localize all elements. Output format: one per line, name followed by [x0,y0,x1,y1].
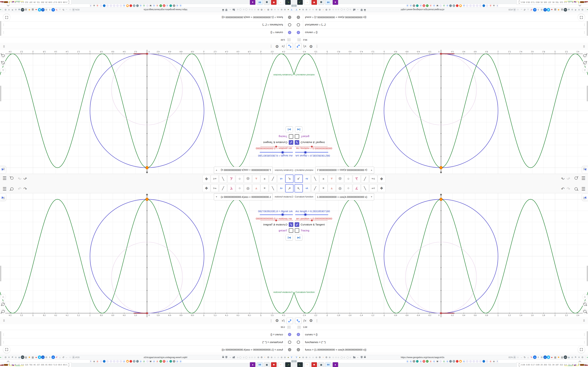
pinned-tab-favicon[interactable]: G [463,4,466,7]
extension-icon[interactable]: ∩ [273,355,277,359]
algebra-row[interactable]: funcNames = {" "}⋮ [294,339,588,346]
pinned-tab-favicon[interactable] [136,4,139,7]
pinned-tab-favicon[interactable]: G [179,4,182,7]
toolbar-dot-icon[interactable] [341,357,343,359]
taskbar-app-display-settings[interactable]: ▣ [264,0,270,5]
graphics-view[interactable]: -2.4-2.2-2-1.8-1.6-1.4-1.2-1-0.8-0.6-0.4… [0,193,294,317]
tool-move[interactable]: ↖ [294,184,303,192]
extension-icon[interactable]: ⊕ [315,8,318,12]
extension-icon[interactable]: ⚙ [45,355,48,359]
tool-line[interactable]: ╱ [311,175,319,183]
visibility-toggle-dot[interactable] [297,333,300,336]
algebra-row[interactable]: curves = {}⋮ [294,28,588,36]
pinned-tab-favicon[interactable]: G [419,360,422,363]
pinned-tab-favicon[interactable]: f [89,4,92,7]
extension-icon[interactable]: ⚙ [260,355,263,359]
pinned-tab-favicon[interactable]: ✓ [426,360,429,363]
pinned-tab-favicon[interactable] [483,4,485,7]
undo-button[interactable]: ↶ [560,175,565,181]
function-fx-button[interactable]: ƒx [280,43,286,49]
pinned-tab-favicon[interactable]: G [166,360,169,363]
algebra-row[interactable]: funcs = {1.000000000000 + cos(4.00000000… [294,14,588,21]
toolbar-dot-icon[interactable] [249,9,250,10]
tool-move-view[interactable]: ✥ [202,184,210,192]
extension-icon[interactable]: ∩ [273,8,277,12]
taskbar-app-display-settings[interactable]: ▣ [318,0,324,5]
tool-move[interactable]: ↖ [285,175,294,183]
shield-icon[interactable] [361,356,363,358]
tool-move[interactable]: ↖ [285,184,294,192]
tracing-checkbox[interactable] [289,134,293,139]
pinned-tab-favicon[interactable]: G [409,4,412,7]
pinned-tab-favicon[interactable]: G [152,4,156,7]
extension-icon[interactable]: ⊕ [270,8,273,12]
fullscreen-button[interactable] [578,14,585,21]
pinned-tab-favicon[interactable]: f [89,360,92,363]
tool-perpendicular-line[interactable]: × [320,184,328,192]
extension-icon[interactable]: ⚙ [318,355,321,359]
style-bar-more-button[interactable]: ⋮ [314,318,320,324]
taskbar-app-cat-app[interactable]: ᴥ [332,362,338,367]
graphics-view[interactable]: -2.4-2.2-2-1.8-1.6-1.4-1.2-1-0.8-0.6-0.4… [294,50,588,174]
pinned-tab-favicon[interactable] [476,4,478,7]
extension-icon[interactable]: ▤ [560,8,564,12]
style-bar-more-button[interactable]: ⋮ [268,43,274,49]
zoom-in-button[interactable]: + [0,301,6,307]
extension-icon[interactable]: 0 [48,8,52,12]
tracing-checkbox[interactable] [289,228,293,233]
extension-icon[interactable]: ✱ [28,8,31,12]
pinned-tab-favicon[interactable]: G [176,360,179,363]
extension-icon[interactable]: ↻ [523,355,526,359]
tool-angle[interactable]: ∡ [353,184,361,192]
extension-icon[interactable]: → [519,355,523,359]
folder-icon[interactable] [353,9,355,10]
extension-icon[interactable]: ☆ [69,355,72,359]
row-menu-kebab-icon[interactable]: ⋮ [2,23,5,26]
extension-icon[interactable]: → [519,8,523,12]
tool-circle[interactable]: ◎ [244,184,252,192]
extension-icon[interactable]: A [52,8,55,12]
zoom-out-button[interactable]: − [582,53,588,58]
taskbar-app-terminal[interactable]: >_ [297,362,303,367]
visibility-toggle-dot[interactable] [288,23,291,26]
extension-icon[interactable]: ◔ [263,8,267,12]
toolbar-dot-icon[interactable] [243,9,244,10]
pinned-tab-favicon[interactable]: f [496,360,499,363]
taskbar-app-system-settings[interactable]: ✱ [311,0,317,5]
pinned-tab-favicon[interactable]: G [406,4,409,7]
tool-point[interactable]: •A [303,184,311,192]
algebra-scrollbar[interactable] [587,21,588,36]
tool-move-view[interactable]: ✥ [378,184,386,192]
taskbar-app-cat-app[interactable]: ᴥ [250,0,256,5]
pinned-tab-favicon[interactable]: ⚙ [493,360,495,363]
extension-icon[interactable]: ⚙ [325,8,328,12]
pinned-tab-favicon[interactable]: G [156,4,159,7]
pinned-tab-favicon[interactable]: ⚙ [493,4,495,7]
toolbar-dot-icon[interactable] [245,8,247,10]
extension-icon[interactable]: 0 [536,8,540,12]
extension-icon[interactable]: ✎ [530,355,533,359]
toolbar-dot-icon[interactable] [237,9,238,10]
arc-length-slider-knob[interactable] [304,213,307,216]
extension-icon[interactable]: ↻ [62,8,65,12]
extension-icon[interactable]: ● [286,8,290,12]
extension-icon[interactable]: ⚙ [581,355,584,359]
zoom-out-button[interactable]: − [0,53,6,58]
play-pause-button[interactable]: ▶ [285,126,293,133]
tool-polygon[interactable]: ▲ [252,184,260,192]
extension-icon[interactable]: ⚙ [540,8,543,12]
toolbar-dot-icon[interactable] [237,357,238,358]
pinned-tab-favicon[interactable]: Я [423,4,425,7]
function-input-box[interactable]: 1.000000000000 + cos(4.000000000000 x) ▼ [214,193,273,200]
tool-slider[interactable]: a=2 [211,175,219,183]
pinned-tab-favicon[interactable] [103,4,105,7]
home-button[interactable]: ⌂ [582,294,588,300]
pinned-tab-favicon[interactable] [466,360,468,363]
drag-handle-icon[interactable]: ⠿ [1,43,7,49]
tool-slider[interactable]: a=2 [369,184,377,192]
taskbar-app-firefox[interactable]: ◔ [278,362,284,367]
back-arrow-icon[interactable]: ← [357,8,359,12]
tool-ellipse[interactable]: ○ [236,175,244,183]
taskbar-app-save-64[interactable]: 64 [325,362,331,367]
pinned-tab-favicon[interactable] [116,4,119,7]
